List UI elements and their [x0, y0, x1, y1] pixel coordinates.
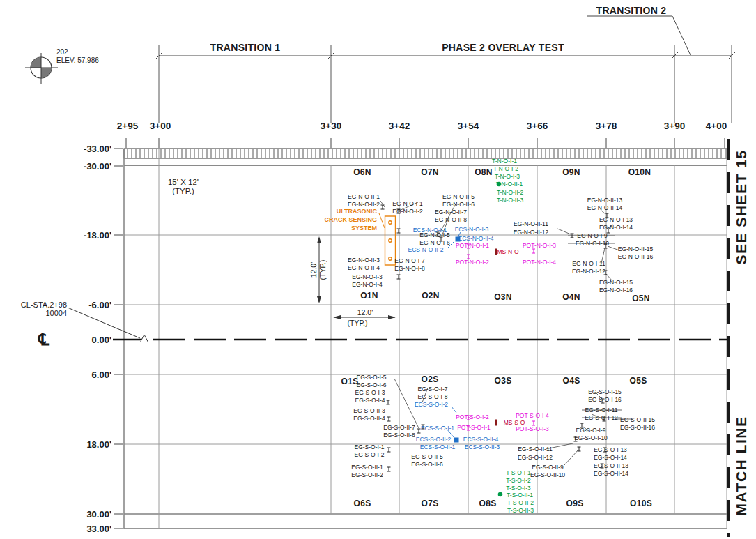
dim-horizontal-value: 12.0'	[357, 308, 373, 317]
sensor-label: EG-S-O-II-8	[383, 432, 415, 439]
sensor-label: EG-N-O-I-11	[572, 261, 605, 267]
sensor-label: T-N-O-I-3	[495, 174, 520, 180]
sensor-label: EG-S-O-I-5	[357, 374, 387, 381]
sensor-label: EG-N-O-II-8	[435, 217, 467, 223]
sensor-label: EG-S-O-II-13	[594, 463, 628, 469]
sensor-label: EG-N-O-II-5	[442, 194, 475, 200]
sensor-label: EG-N-O-I-2	[392, 208, 422, 215]
sensor-label: T-S-O-II-1	[507, 492, 533, 499]
sensor-label: EG-S-O-I-2	[355, 452, 385, 458]
transition1-label: TRANSITION 1	[210, 42, 281, 53]
sensor-label: POT-S-O-I-1	[457, 425, 491, 431]
sensor-label: T-N-O-II-2	[497, 190, 523, 196]
sensor-label: EG-N-O-II-16	[618, 254, 654, 260]
sensor-label: EG-N-O-II-6	[442, 202, 475, 208]
benchmark-id: 202	[56, 48, 99, 56]
sensor-label: EG-S-O-II-9	[532, 464, 563, 471]
sensor-label: EG-N-O-I-12	[572, 268, 605, 275]
sensor-label: EG-N-O-I-8	[394, 266, 424, 272]
sensor-label: EG-N-O-II-15	[618, 246, 654, 252]
cell-size-note: 15' X 12' (TYP.)	[152, 178, 215, 196]
sensor-label: T-S-O-I-1	[506, 470, 530, 476]
ultrasonic-line2: CRACK SENSING	[324, 215, 377, 224]
sensor-label: ECS-S-O-II-4	[463, 436, 499, 443]
sensor-label: POT-S-O-I-4	[516, 413, 549, 419]
benchmark-callout: 202 ELEV. 57.986	[56, 48, 99, 65]
sensor-label: EG-S-O-II-16	[620, 425, 655, 431]
sensor-label: EG-S-O-I-11	[585, 407, 617, 413]
sensor-label: EG-N-O-II-14	[587, 205, 623, 211]
sensor-label: EG-S-O-II-4	[353, 416, 385, 422]
sensor-label: EG-N-O-I-9	[577, 233, 607, 239]
sensor-label: EG-S-O-II-5	[411, 454, 442, 460]
sensor-label: EG-N-O-I-4	[352, 282, 382, 288]
sensor-label: EG-N-O-I-3	[352, 274, 382, 280]
sensor-label: T-N-O-I-2	[493, 166, 518, 172]
sensor-label: EG-S-O-II-2	[351, 472, 383, 478]
sensor-label: EG-N-O-II-3	[348, 257, 380, 264]
plan-sheet: TRANSITION 1 PHASE 2 OVERLAY TEST TRANSI…	[0, 0, 756, 539]
sensor-labels: EG-N-O-II-1EG-N-O-II-2EG-N-O-I-1EG-N-O-I…	[0, 0, 756, 539]
sensor-label: EG-S-O-I-9	[576, 427, 606, 434]
sensor-label: POT-N-O-I-2	[456, 259, 489, 266]
sensor-label: T-N-O-II-3	[497, 197, 523, 204]
sensor-label: POT-S-O-I-3	[516, 426, 549, 432]
sensor-label: ECS-N-O-I-3	[455, 227, 489, 233]
sensor-label: EG-N-O-II-13	[587, 197, 623, 204]
sensor-label: ECS-S-O-I-1	[421, 425, 454, 432]
sensor-label: EG-N-O-I-16	[599, 287, 633, 294]
sensor-label: EG-S-O-I-1	[355, 444, 385, 450]
sensor-label: EG-N-O-I-13	[599, 217, 633, 223]
sensor-label: POT-N-O-I-3	[523, 243, 556, 249]
cl-station-text: CL-STA.2+98	[21, 301, 67, 309]
cl-station-callout: CL-STA.2+98 10004	[21, 301, 67, 317]
cl-station-number: 10004	[21, 309, 67, 317]
sensor-label: EG-S-O-II-15	[620, 417, 655, 423]
sensor-label: ECS-S-O-II-3	[465, 444, 500, 450]
sensor-label: EG-S-O-I-10	[574, 435, 608, 441]
benchmark-elevation: ELEV. 57.986	[56, 56, 99, 65]
ultrasonic-line3: SYSTEM	[324, 224, 377, 232]
sensor-label: MS-S-O	[504, 420, 525, 426]
sensor-label: EG-N-O-II-2	[348, 202, 380, 208]
ultrasonic-line1: ULTRASONIC	[324, 207, 377, 215]
sensor-label: MS-N-O	[497, 249, 518, 255]
sensor-label: EG-N-O-II-4	[348, 265, 380, 271]
sensor-label: EG-S-O-II-10	[530, 472, 565, 478]
centerline-symbol-icon: ℄	[38, 330, 49, 349]
sensor-label: EG-S-O-I-15	[588, 389, 622, 395]
dim-vertical-typ: (TYP.)	[318, 260, 327, 280]
sensor-label: EG-S-O-I-3	[355, 390, 385, 396]
dim-vertical-value: 12.0'	[309, 262, 318, 278]
sensor-label: EG-N-O-II-11	[514, 221, 548, 227]
sensor-label: EG-N-O-II-7	[435, 209, 467, 215]
sensor-label: EG-S-O-II-6	[411, 462, 442, 468]
sensor-label: EG-N-O-I-10	[576, 241, 609, 247]
sensor-label: T-S-O-II-3	[507, 508, 534, 514]
sensor-label: ECS-N-O-II-2	[408, 247, 444, 253]
sensor-label: EG-S-O-I-7	[418, 386, 448, 393]
sensor-label: T-N-O-I-1	[492, 158, 517, 165]
sensor-label: EG-S-O-II-3	[353, 408, 385, 414]
sensor-label: ECS-S-O-II-1	[420, 444, 456, 450]
transition2-label: TRANSITION 2	[596, 5, 667, 16]
sensor-label: ECS-S-O-I-2	[415, 402, 448, 408]
sensor-label: EG-N-O-II-1	[348, 194, 380, 200]
sensor-label: EG-S-O-II-12	[518, 455, 553, 461]
sensor-label: EG-N-O-I-14	[599, 225, 633, 231]
sensor-label: ECS-N-O-I-1	[413, 227, 447, 234]
sensor-label: EG-N-O-II-12	[514, 229, 549, 236]
sensor-label: T-S-O-II-2	[507, 500, 534, 506]
sensor-label: POT-S-O-I-2	[456, 414, 489, 420]
phase2-overlay-label: PHASE 2 OVERLAY TEST	[442, 42, 564, 53]
sensor-label: EG-S-O-I-14	[594, 455, 627, 461]
sensor-label: EG-S-O-I-4	[355, 397, 385, 404]
cell-size-typ: (TYP.)	[152, 187, 215, 196]
match-line-label: MATCH LINE	[733, 416, 750, 516]
sensor-label: EG-S-O-II-14	[594, 471, 628, 477]
sensor-label: EG-S-O-I-13	[594, 447, 627, 453]
sensor-label: POT-N-O-I-1	[456, 243, 489, 249]
sensor-label: EG-S-O-II-7	[383, 425, 415, 431]
sensor-label: EG-N-O-I-6	[419, 240, 449, 246]
sensor-label: T-N-O-II-1	[496, 181, 523, 188]
